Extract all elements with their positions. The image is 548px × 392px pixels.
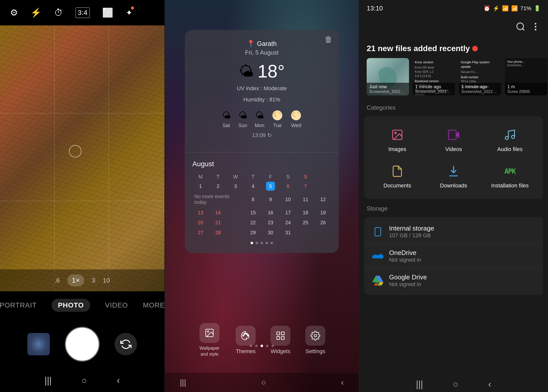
- camera-home-btn[interactable]: ○: [81, 375, 87, 386]
- home-icon-settings[interactable]: Settings: [305, 326, 325, 355]
- files-back-btn[interactable]: ‹: [488, 379, 491, 390]
- storage-onedrive[interactable]: OneDrive Not signed in: [364, 244, 543, 268]
- zoom-06[interactable]: .6: [54, 277, 60, 284]
- cal-day-26[interactable]: 26: [319, 218, 328, 227]
- forecast-day-mon: Mon: [255, 123, 265, 128]
- ratio-icon[interactable]: 3:4: [75, 7, 90, 18]
- widgets-icon[interactable]: [271, 326, 290, 346]
- cal-day-11[interactable]: 11: [301, 195, 310, 204]
- home-icon-wallpaper[interactable]: Wallpaper and style: [198, 323, 221, 357]
- mode-photo[interactable]: PHOTO: [52, 299, 90, 312]
- file-thumb-3[interactable]: Google Play system update Secure Fo... B…: [459, 58, 501, 95]
- settings-icon[interactable]: ⚙: [10, 7, 18, 18]
- svg-point-15: [535, 29, 537, 30]
- mode-portrait[interactable]: PORTRAIT: [0, 301, 37, 309]
- camera-viewfinder[interactable]: .6 1× 3 10: [0, 25, 164, 291]
- home-icon-widgets[interactable]: Widgets: [271, 326, 290, 355]
- zoom-1x[interactable]: 1×: [67, 274, 84, 286]
- cat-videos[interactable]: Videos: [425, 121, 482, 157]
- sparkle-icon[interactable]: ✦: [126, 8, 133, 17]
- flash-icon[interactable]: ⚡: [30, 7, 42, 18]
- cal-day-7[interactable]: 7: [301, 182, 310, 191]
- videos-label: Videos: [445, 146, 462, 153]
- home-home-btn[interactable]: ○: [261, 378, 266, 387]
- camera-menu-btn[interactable]: |||: [45, 375, 52, 386]
- cal-day-25[interactable]: 25: [301, 218, 310, 227]
- cal-day-5[interactable]: 5: [266, 182, 275, 191]
- cal-day-14[interactable]: 14: [213, 208, 222, 217]
- home-back-btn[interactable]: ‹: [341, 378, 344, 387]
- file-thumb-badge-1: Just now Screenshot_20220805_13095...: [367, 83, 409, 95]
- shape-icon[interactable]: ⬜: [102, 7, 113, 18]
- last-photo-thumbnail[interactable]: [27, 333, 50, 355]
- cal-day-29[interactable]: 29: [249, 228, 258, 237]
- cat-documents[interactable]: Documents: [369, 157, 425, 194]
- mode-more[interactable]: MORE: [143, 301, 165, 309]
- cal-day-27[interactable]: 27: [196, 228, 205, 237]
- timer-icon[interactable]: ⏱: [54, 7, 63, 18]
- calendar-widget[interactable]: August M T W T F S S 1 2 3 4 5 6 7 No mo…: [185, 153, 339, 253]
- zoom-3[interactable]: 3: [92, 277, 95, 284]
- files-menu-btn[interactable]: |||: [416, 379, 423, 390]
- cat-images[interactable]: Images: [369, 121, 425, 157]
- cal-day-28[interactable]: 28: [213, 228, 222, 237]
- cal-day-18[interactable]: 18: [301, 208, 310, 217]
- documents-label: Documents: [383, 182, 411, 189]
- shutter-button[interactable]: [65, 327, 100, 362]
- themes-icon[interactable]: [236, 326, 256, 346]
- cal-day-19[interactable]: 19: [319, 208, 328, 217]
- file-thumb-2[interactable]: Knox version Knox API level Knox SDK 1.2…: [413, 58, 455, 95]
- cal-day-9[interactable]: 9: [266, 195, 275, 204]
- cal-day-20[interactable]: 20: [196, 218, 205, 227]
- zoom-10[interactable]: 10: [103, 277, 110, 284]
- forecast-sun: 🌤 Sun: [238, 110, 247, 128]
- storage-gdrive[interactable]: Google Drive Not signed in: [364, 268, 543, 293]
- cal-day-17[interactable]: 17: [283, 208, 292, 217]
- files-home-btn[interactable]: ○: [453, 379, 458, 390]
- home-icon-themes[interactable]: Themes: [236, 326, 256, 355]
- cal-day-10[interactable]: 10: [283, 195, 292, 204]
- mode-video[interactable]: VIDEO: [105, 301, 128, 309]
- file-thumb-1[interactable]: Just now Screenshot_20220805_13095...: [367, 58, 409, 95]
- home-settings-icon[interactable]: [305, 326, 325, 346]
- cal-day-12[interactable]: 12: [319, 195, 328, 204]
- home-menu-btn[interactable]: |||: [180, 378, 186, 387]
- cal-day-16[interactable]: 16: [266, 208, 275, 217]
- cal-day-8[interactable]: 8: [249, 195, 258, 204]
- wallpaper-icon[interactable]: [200, 323, 219, 343]
- cal-day-3[interactable]: 3: [231, 182, 240, 191]
- forecast-mon: 🌤 Mon: [255, 110, 265, 128]
- camera-back-btn[interactable]: ‹: [117, 375, 120, 386]
- file-thumb-4[interactable]: Your phone... Screensho... 1 m Scree 208…: [505, 58, 547, 95]
- trash-icon[interactable]: 🗑: [325, 35, 333, 44]
- cal-day-31[interactable]: 31: [283, 228, 292, 237]
- cal-day-24[interactable]: 24: [283, 218, 292, 227]
- search-icon[interactable]: [516, 22, 526, 34]
- cat-audio[interactable]: Audio files: [482, 121, 538, 157]
- file-thumb-badge-3: 1 minute ago Screenshot_202220805_13093.…: [459, 83, 501, 95]
- cal-day-13[interactable]: 13: [196, 208, 205, 217]
- cal-day-21[interactable]: 21: [213, 218, 222, 227]
- status-time: 13:10: [367, 4, 383, 12]
- forecast-day-sun: Sun: [238, 123, 247, 128]
- flip-camera-button[interactable]: [115, 333, 137, 355]
- cal-day-23[interactable]: 23: [266, 218, 275, 227]
- cal-day-22[interactable]: 22: [249, 218, 258, 227]
- cal-day-15[interactable]: 15: [249, 208, 258, 217]
- weather-widget[interactable]: 🗑 📍 Garath Fri, 5 August 🌤 18° UV index …: [185, 30, 339, 153]
- cal-day-30[interactable]: 30: [266, 228, 275, 237]
- weather-humidity: Humidity : 81%: [195, 95, 329, 104]
- cal-day-4[interactable]: 4: [249, 182, 258, 191]
- cal-header-s1: S: [280, 173, 296, 181]
- cat-apk[interactable]: APK Installation files: [482, 157, 538, 194]
- storage-internal[interactable]: Internal storage 107 GB / 128 GB: [364, 220, 543, 244]
- wallpaper-label: Wallpaper and style: [198, 345, 221, 357]
- camera-modes: PORTRAIT PHOTO VIDEO MORE: [0, 291, 164, 319]
- cal-day-6[interactable]: 6: [283, 182, 292, 191]
- cat-downloads[interactable]: Downloads: [425, 157, 482, 194]
- cal-day-1[interactable]: 1: [196, 182, 205, 191]
- cal-day-2[interactable]: 2: [213, 182, 222, 191]
- cal-header-t2: T: [245, 173, 261, 181]
- more-options-icon[interactable]: [531, 22, 541, 34]
- cal-dot-2: [256, 242, 258, 244]
